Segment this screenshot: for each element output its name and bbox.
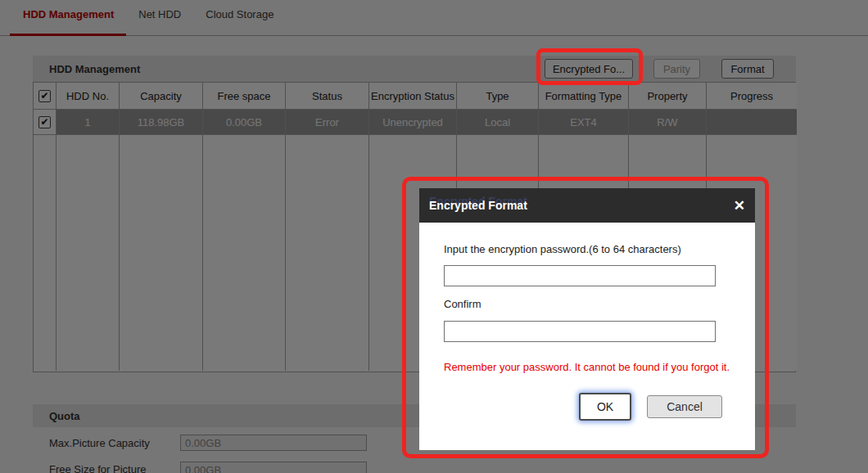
- cancel-button[interactable]: Cancel: [647, 395, 722, 418]
- dialog-body: Input the encryption password.(6 to 64 c…: [419, 223, 755, 421]
- dialog-header: Encrypted Format ✕: [419, 188, 755, 223]
- dialog-title: Encrypted Format: [419, 199, 527, 212]
- encryption-password-label: Input the encryption password.(6 to 64 c…: [444, 243, 730, 255]
- close-icon[interactable]: ✕: [734, 199, 745, 213]
- password-warning-text: Remember your password. It cannot be fou…: [444, 354, 732, 381]
- hdd-management-page: HDD Management Net HDD Cloud Storage HDD…: [0, 0, 868, 473]
- dialog-button-row: OK Cancel: [444, 393, 730, 421]
- encryption-password-input[interactable]: [444, 265, 716, 286]
- encrypted-format-dialog: Encrypted Format ✕ Input the encryption …: [419, 188, 755, 450]
- confirm-password-label: Confirm: [444, 298, 730, 310]
- confirm-password-input[interactable]: [444, 321, 716, 342]
- ok-button[interactable]: OK: [579, 393, 631, 421]
